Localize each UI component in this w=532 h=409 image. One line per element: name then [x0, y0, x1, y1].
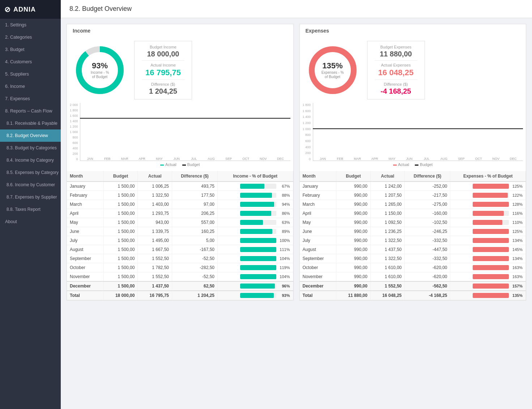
income-donut: 93% Income - %of Budget	[73, 43, 127, 97]
cell-budget: 1 500,00	[103, 272, 138, 282]
cell-actual: 1 782,50	[138, 263, 172, 272]
cell-month: October	[67, 263, 103, 272]
cell-actual: 1 552,50	[370, 281, 405, 291]
table-row: October 1 500,00 1 782,50 -282,50 119%	[67, 263, 293, 272]
cell-budget: 1 500,00	[103, 227, 138, 236]
cell-diff: -246,25	[405, 227, 450, 236]
sidebar-item-income[interactable]: 6. Income	[0, 80, 61, 93]
sidebar-item-suppliers[interactable]: 5. Suppliers	[0, 68, 61, 80]
cell-diff: -620,00	[405, 272, 450, 282]
cell-actual: 1 322,50	[370, 236, 405, 245]
bar-jul: JUL	[186, 156, 202, 161]
income-actual-value: 16 795,75	[142, 68, 184, 77]
expenses-donut: 135% Expenses - %of Budget	[306, 43, 360, 97]
cell-pct: 100%	[217, 236, 293, 245]
cell-actual: 1 552,50	[138, 272, 172, 282]
table-row: May 990,00 1 092,50 -102,50 110%	[300, 218, 526, 227]
table-row: April 990,00 1 150,00 -160,00 116%	[300, 209, 526, 218]
cell-pct: 67%	[217, 182, 293, 191]
cell-pct: 88%	[217, 191, 293, 200]
sidebar-item-categories[interactable]: 2. Categories	[0, 31, 61, 43]
expenses-table: Month Budget Actual Difference ($) Expen…	[300, 171, 526, 300]
income-chart: 2 0001 8001 6001 4001 200 1 000800600400…	[67, 99, 293, 171]
cell-diff: 97,00	[172, 200, 217, 209]
cell-diff: -160,00	[405, 209, 450, 218]
table-total-row: Total 18 000,00 16 795,75 1 204,25 93%	[67, 291, 293, 300]
expenses-section-title: Expenses	[300, 24, 526, 37]
cell-budget: 1 500,00	[103, 245, 138, 254]
sidebar-item-exp-supp[interactable]: 8.7. Expenses by Supplier	[0, 191, 61, 203]
cell-pct: 134%	[450, 236, 526, 245]
income-table: Month Budget Actual Difference ($) Incom…	[67, 171, 293, 300]
sidebar-item-customers[interactable]: 4. Customers	[0, 56, 61, 68]
sidebar-item-income-cust[interactable]: 8.6. Income by Customer	[0, 179, 61, 191]
cell-month: November	[300, 272, 336, 282]
bar-jun: JUN	[168, 156, 185, 161]
sidebar-item-budget[interactable]: 3. Budget	[0, 43, 61, 56]
bar-jun: JUN	[401, 156, 418, 161]
sidebar-item-exp-cat[interactable]: 8.5. Expenses by Category	[0, 166, 61, 179]
sidebar-item-receivable[interactable]: 8.1. Receivable & Payable	[0, 117, 61, 129]
cell-pct: 145%	[450, 245, 526, 254]
bar-aug: AUG	[436, 156, 452, 161]
cell-month: October	[300, 263, 336, 272]
page-title: 8.2. Budget Overview	[61, 0, 532, 18]
cell-month: August	[300, 245, 336, 254]
cell-month: June	[67, 227, 103, 236]
sidebar-item-budget-overview[interactable]: 8.2. Budget Overview	[0, 129, 61, 142]
cell-budget: 1 500,00	[103, 236, 138, 245]
income-budget-label: Budget Income	[142, 45, 184, 49]
expenses-summary: 135% Expenses - %of Budget Budget Expens…	[300, 37, 526, 99]
bar-sep: SEP	[220, 156, 237, 161]
cell-actual: 1 207,50	[370, 191, 405, 200]
expenses-budget-label: Budget Expenses	[375, 45, 417, 49]
cell-pct: 94%	[217, 200, 293, 209]
bar-jul: JUL	[418, 156, 435, 161]
expenses-legend: Actual Budget	[303, 161, 523, 170]
cell-budget: 990,00	[336, 227, 371, 236]
cell-budget: 990,00	[336, 254, 371, 263]
cell-actual: 1 265,00	[370, 200, 405, 209]
cell-budget: 1 500,00	[103, 254, 138, 263]
cell-actual: 1 610,00	[370, 272, 405, 282]
sidebar-item-income-cat[interactable]: 8.4. Income by Category	[0, 154, 61, 166]
sidebar-item-expenses[interactable]: 7. Expenses	[0, 93, 61, 105]
cell-month: July	[300, 236, 336, 245]
bar-dec: DEC	[272, 156, 289, 161]
cell-budget: 1 500,00	[103, 281, 138, 291]
cell-total-diff: 1 204,25	[172, 291, 217, 300]
sidebar-item-settings[interactable]: 1. Settings	[0, 19, 61, 31]
cell-month: March	[67, 200, 103, 209]
expenses-actual-value: 16 048,25	[375, 68, 417, 77]
bar-feb: FEB	[99, 156, 116, 161]
bar-dec: DEC	[505, 156, 522, 161]
sidebar-item-budget-cat[interactable]: 8.3. Budget by Categories	[0, 142, 61, 154]
cell-total-pct: 135%	[450, 291, 526, 300]
income-col-diff: Difference ($)	[172, 171, 217, 182]
cell-diff: -252,00	[405, 182, 450, 191]
bar-may: MAY	[151, 156, 168, 161]
expenses-col-pct: Expenses - % of Budget	[450, 171, 526, 182]
cell-budget: 990,00	[336, 191, 371, 200]
cell-pct: 119%	[217, 263, 293, 272]
table-row: February 1 500,00 1 322,50 177,50 88%	[67, 191, 293, 200]
cell-budget: 990,00	[336, 236, 371, 245]
income-budget-line	[80, 118, 290, 119]
bar-mar: MAR	[349, 156, 366, 161]
income-section-title: Income	[67, 24, 293, 37]
sidebar-item-taxes[interactable]: 8.8. Taxes Report	[0, 203, 61, 216]
expenses-diff-label: Difference ($)	[375, 82, 417, 86]
cell-pct: 125%	[450, 227, 526, 236]
table-row: June 1 500,00 1 339,75 160,25 89%	[67, 227, 293, 236]
cell-actual: 943,00	[138, 218, 172, 227]
bar-may: MAY	[384, 156, 400, 161]
expenses-y-labels: 1 8001 6001 4001 2001 000 8006004002000	[303, 103, 312, 161]
cell-total-pct: 93%	[217, 291, 293, 300]
cell-diff: -52,50	[172, 272, 217, 282]
sidebar-item-about[interactable]: About	[0, 216, 61, 228]
cell-pct: 134%	[450, 254, 526, 263]
expenses-budget-value: 11 880,00	[375, 50, 417, 58]
table-row: May 1 500,00 943,00 557,00 63%	[67, 218, 293, 227]
sidebar-item-reports[interactable]: 8. Reports – Cash Flow	[0, 105, 61, 117]
table-row: April 1 500,00 1 293,75 206,25 86%	[67, 209, 293, 218]
